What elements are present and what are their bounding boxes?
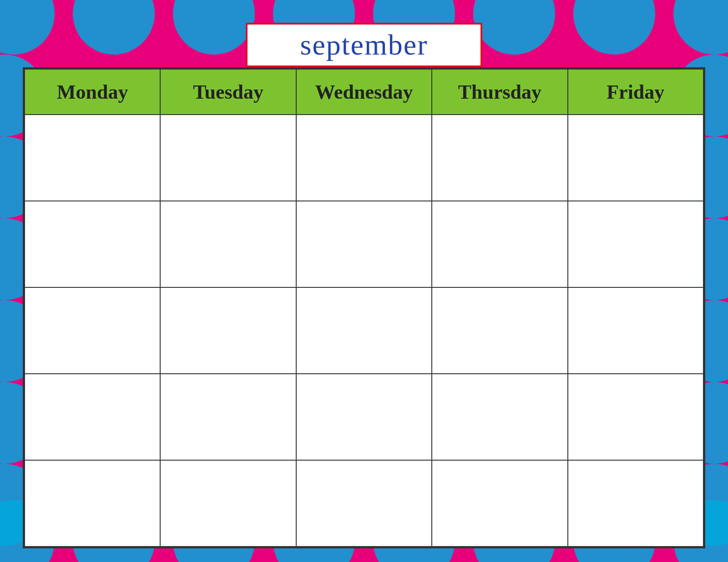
cell-r1-mon[interactable] <box>25 115 160 201</box>
cell-r2-thu[interactable] <box>432 201 567 287</box>
cell-r5-mon[interactable] <box>25 460 160 547</box>
header-friday: Friday <box>568 69 703 115</box>
cell-r3-fri[interactable] <box>568 287 703 374</box>
cell-r5-thu[interactable] <box>432 460 567 547</box>
header-monday: Monday <box>25 69 160 115</box>
cell-r3-tue[interactable] <box>160 287 296 374</box>
cell-r5-fri[interactable] <box>568 460 703 547</box>
calendar-table-wrapper: Monday Tuesday Wednesday Thursday Friday <box>23 67 705 548</box>
cell-r1-tue[interactable] <box>160 115 296 201</box>
header-tuesday: Tuesday <box>160 69 296 115</box>
calendar-table: Monday Tuesday Wednesday Thursday Friday <box>24 69 704 547</box>
cell-r3-wed[interactable] <box>296 287 432 374</box>
cell-r3-thu[interactable] <box>432 287 567 374</box>
cell-r4-thu[interactable] <box>432 374 567 460</box>
cell-r3-mon[interactable] <box>25 287 160 374</box>
cell-r1-wed[interactable] <box>296 115 432 201</box>
header-thursday: Thursday <box>432 69 567 115</box>
month-title-container: september <box>246 23 482 67</box>
calendar-row-5 <box>25 460 703 547</box>
cell-r4-mon[interactable] <box>25 374 160 460</box>
month-title: september <box>300 29 428 61</box>
cell-r2-tue[interactable] <box>160 201 296 287</box>
cell-r2-fri[interactable] <box>568 201 703 287</box>
cell-r1-fri[interactable] <box>568 115 703 201</box>
calendar-row-4 <box>25 374 703 460</box>
header-row: Monday Tuesday Wednesday Thursday Friday <box>25 69 703 115</box>
cell-r5-tue[interactable] <box>160 460 296 547</box>
cell-r2-wed[interactable] <box>296 201 432 287</box>
cell-r4-wed[interactable] <box>296 374 432 460</box>
cell-r1-thu[interactable] <box>432 115 567 201</box>
cell-r2-mon[interactable] <box>25 201 160 287</box>
calendar-row-3 <box>25 287 703 374</box>
calendar-row-2 <box>25 201 703 287</box>
cell-r4-fri[interactable] <box>568 374 703 460</box>
calendar-row-1 <box>25 115 703 201</box>
cell-r5-wed[interactable] <box>296 460 432 547</box>
calendar-wrapper: september Monday Tuesday Wednesday Thurs… <box>23 23 705 548</box>
header-wednesday: Wednesday <box>296 69 432 115</box>
cell-r4-tue[interactable] <box>160 374 296 460</box>
